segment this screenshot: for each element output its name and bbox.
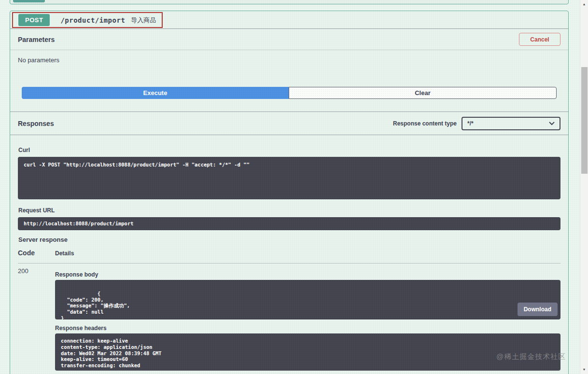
responses-title: Responses [18, 120, 54, 127]
response-body-block: { "code": 200, "message": "操作成功", "data"… [55, 280, 560, 319]
execute-button[interactable]: Execute [22, 87, 289, 99]
annotation-highlight-box: POST /product/import 导入商品 [12, 12, 163, 28]
request-url-block: http://localhost:8088/product/import [18, 217, 560, 230]
code-column-header: Code [18, 249, 55, 263]
scroll-up-arrow-icon[interactable]: ▲ [580, 2, 588, 7]
opblock-summary[interactable]: POST /product/import 导入商品 [10, 11, 568, 29]
curl-label: Curl [18, 147, 560, 153]
chevron-down-icon [549, 122, 555, 125]
response-headers-block: connection: keep-alive content-type: app… [55, 333, 560, 371]
response-body-label: Response body [55, 271, 560, 278]
status-code: 200 [18, 267, 55, 371]
scroll-down-arrow-icon[interactable]: ▼ [580, 367, 588, 372]
responses-header-row: Responses Response content type */* [10, 112, 568, 135]
parameters-title: Parameters [18, 36, 55, 43]
details-column-header: Details [55, 249, 74, 263]
scrollbar-thumb[interactable] [581, 67, 588, 174]
opblock-post-product-import: POST /product/import 导入商品 Parameters Can… [10, 11, 569, 374]
endpoint-path: /product/import [60, 16, 125, 24]
endpoint-summary: 导入商品 [131, 16, 156, 25]
method-badge: POST [18, 14, 50, 26]
execute-wrapper: Execute Clear [10, 87, 568, 99]
response-details: Response body { "code": 200, "message": … [55, 267, 560, 371]
swagger-page: POST /product/import 导入商品 Parameters Can… [0, 0, 588, 374]
response-table-header: Code Details [18, 249, 560, 263]
curl-command-block: curl -X POST "http://localhost:8088/prod… [18, 157, 560, 199]
content-type-label: Response content type [393, 120, 457, 127]
previous-method-badge [13, 0, 45, 2]
clear-button[interactable]: Clear [289, 87, 557, 99]
previous-endpoint-block[interactable] [10, 0, 569, 4]
request-url-label: Request URL [18, 207, 560, 214]
parameters-header-row: Parameters Cancel [10, 29, 568, 50]
responses-body: Curl curl -X POST "http://localhost:8088… [10, 135, 568, 371]
no-parameters-text: No parameters [10, 50, 568, 87]
download-button[interactable]: Download [518, 303, 558, 316]
response-body-json: { "code": 200, "message": "操作成功", "data"… [61, 291, 130, 319]
content-type-value: */* [467, 120, 474, 127]
response-headers-label: Response headers [55, 325, 560, 332]
content-type-group: Response content type */* [393, 117, 560, 130]
cancel-button[interactable]: Cancel [519, 33, 560, 46]
content-type-select[interactable]: */* [462, 117, 560, 130]
server-response-label: Server response [18, 236, 560, 243]
response-result-row: 200 Response body { "code": 200, "messag… [18, 263, 560, 371]
vertical-scrollbar[interactable]: ▲ ▼ [580, 0, 588, 374]
